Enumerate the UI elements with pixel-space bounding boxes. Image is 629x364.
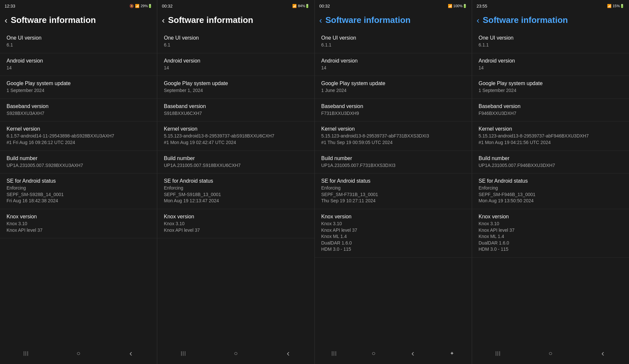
phone-panel-1: 12:33 🔕 📶 29%🔋 ‹ Software information On… bbox=[0, 0, 157, 364]
info-value: 14 bbox=[7, 65, 150, 71]
info-value: 1 September 2024 bbox=[479, 87, 622, 94]
status-icons: 🔕 📶 29%🔋 bbox=[129, 4, 152, 8]
info-item-6[interactable]: SE for Android status EnforcingSEPF_SM-F… bbox=[472, 173, 629, 209]
info-label: One UI version bbox=[7, 35, 150, 41]
menu-nav-icon[interactable] bbox=[178, 349, 189, 358]
home-nav-icon[interactable] bbox=[73, 349, 85, 358]
info-label: Knox version bbox=[479, 214, 622, 220]
info-label: Baseband version bbox=[321, 103, 465, 109]
info-item-5[interactable]: Build number UP1A.231005.007.S928BXXU3AX… bbox=[0, 151, 157, 174]
info-label: SE for Android status bbox=[479, 178, 622, 184]
info-item-4[interactable]: Kernel version 5.15.123-android13-8-2953… bbox=[315, 121, 472, 151]
menu-nav-icon[interactable] bbox=[492, 349, 504, 358]
info-item-5[interactable]: Build number UP1A.231005.007.F946BXXU3DX… bbox=[472, 151, 629, 174]
info-value: EnforcingSEPF_SM-S918B_13_0001Mon Aug 19… bbox=[164, 185, 308, 204]
info-label: Build number bbox=[479, 155, 622, 161]
info-value: 6.1 bbox=[7, 42, 150, 48]
home-nav-icon[interactable] bbox=[544, 349, 556, 358]
back-button[interactable]: ‹ bbox=[477, 16, 480, 25]
task-nav-icon[interactable] bbox=[446, 349, 458, 358]
page-header: ‹ Software information bbox=[157, 12, 314, 29]
info-value: EnforcingSEPF_SM-S928B_14_0001Fri Aug 16… bbox=[7, 185, 150, 204]
info-item-3[interactable]: Baseband version F731BXXU3DXH9 bbox=[315, 99, 472, 122]
menu-nav-icon[interactable] bbox=[20, 349, 32, 358]
home-nav-icon[interactable] bbox=[230, 349, 242, 358]
info-label: Android version bbox=[164, 58, 308, 64]
info-label: Kernel version bbox=[479, 126, 622, 132]
info-label: Kernel version bbox=[164, 126, 308, 132]
info-item-4[interactable]: Kernel version 6.1.57-android14-11-29543… bbox=[0, 121, 157, 151]
info-label: Baseband version bbox=[7, 103, 150, 109]
nav-bar bbox=[315, 344, 472, 364]
back-nav-icon[interactable] bbox=[282, 349, 294, 358]
info-label: Android version bbox=[321, 58, 465, 64]
back-button[interactable]: ‹ bbox=[162, 16, 165, 25]
page-title: Software information bbox=[168, 15, 253, 25]
info-label: One UI version bbox=[479, 35, 622, 41]
info-item-2[interactable]: Google Play system update September 1, 2… bbox=[157, 76, 314, 99]
back-button[interactable]: ‹ bbox=[5, 16, 8, 25]
home-nav-icon[interactable] bbox=[368, 349, 379, 358]
info-value: UP1A.231005.007.S918BXXU6CXH7 bbox=[164, 162, 308, 169]
info-item-1[interactable]: Android version 14 bbox=[157, 53, 314, 76]
info-label: Google Play system update bbox=[321, 81, 465, 86]
info-item-0[interactable]: One UI version 6.1 bbox=[157, 30, 314, 53]
info-label: SE for Android status bbox=[164, 178, 308, 184]
info-item-2[interactable]: Google Play system update 1 September 20… bbox=[0, 76, 157, 99]
info-item-5[interactable]: Build number UP1A.231005.007.S918BXXU6CX… bbox=[157, 151, 314, 174]
info-item-7[interactable]: Knox version Knox 3.10Knox API level 37K… bbox=[315, 209, 472, 258]
status-bar: 00:32 📶 100%🔋 bbox=[315, 0, 472, 12]
back-nav-icon[interactable] bbox=[125, 349, 137, 358]
page-title: Software information bbox=[11, 15, 96, 25]
info-value: S918BXXU6CXH7 bbox=[164, 110, 308, 117]
status-bar: 12:33 🔕 📶 29%🔋 bbox=[0, 0, 157, 12]
info-item-0[interactable]: One UI version 6.1 bbox=[0, 30, 157, 53]
info-item-2[interactable]: Google Play system update 1 June 2024 bbox=[315, 76, 472, 99]
info-label: Build number bbox=[7, 155, 150, 161]
info-value: UP1A.231005.007.S928BXXU3AXH7 bbox=[7, 162, 150, 169]
info-item-6[interactable]: SE for Android status EnforcingSEPF_SM-F… bbox=[315, 173, 472, 209]
info-item-7[interactable]: Knox version Knox 3.10Knox API level 37 bbox=[157, 209, 314, 238]
info-item-3[interactable]: Baseband version S918BXXU6CXH7 bbox=[157, 99, 314, 122]
nav-bar bbox=[0, 344, 157, 364]
info-item-6[interactable]: SE for Android status EnforcingSEPF_SM-S… bbox=[0, 173, 157, 209]
info-label: Kernel version bbox=[321, 126, 465, 132]
info-label: Knox version bbox=[7, 214, 150, 220]
menu-nav-icon[interactable] bbox=[328, 349, 340, 358]
content-area: One UI version 6.1.1 Android version 14 … bbox=[315, 29, 472, 344]
status-bar: 23:55 📶 15%🔋 bbox=[472, 0, 629, 12]
info-item-0[interactable]: One UI version 6.1.1 bbox=[315, 30, 472, 53]
back-nav-icon[interactable] bbox=[407, 349, 419, 358]
info-value: 6.1.1 bbox=[321, 42, 465, 48]
back-nav-icon[interactable] bbox=[597, 349, 609, 358]
info-item-2[interactable]: Google Play system update 1 September 20… bbox=[472, 76, 629, 99]
info-item-4[interactable]: Kernel version 5.15.123-android13-8-2953… bbox=[472, 121, 629, 151]
info-item-6[interactable]: SE for Android status EnforcingSEPF_SM-S… bbox=[157, 173, 314, 209]
info-item-1[interactable]: Android version 14 bbox=[472, 53, 629, 76]
page-header: ‹ Software information bbox=[315, 12, 472, 29]
info-item-3[interactable]: Baseband version F946BXXU3DXH7 bbox=[472, 99, 629, 122]
info-label: Knox version bbox=[164, 214, 308, 220]
info-item-1[interactable]: Android version 14 bbox=[315, 53, 472, 76]
info-item-0[interactable]: One UI version 6.1.1 bbox=[472, 30, 629, 53]
info-label: Google Play system update bbox=[479, 81, 622, 86]
phone-panel-2: 00:32 📶 84%🔋 ‹ Software information One … bbox=[157, 0, 314, 364]
info-value: September 1, 2024 bbox=[164, 87, 308, 94]
info-item-7[interactable]: Knox version Knox 3.10Knox API level 37K… bbox=[472, 209, 629, 258]
info-item-1[interactable]: Android version 14 bbox=[0, 53, 157, 76]
info-label: SE for Android status bbox=[7, 178, 150, 184]
info-value: F731BXXU3DXH9 bbox=[321, 110, 465, 117]
info-item-7[interactable]: Knox version Knox 3.10Knox API level 37 bbox=[0, 209, 157, 238]
info-value: 1 September 2024 bbox=[7, 87, 150, 94]
status-time: 00:32 bbox=[319, 4, 330, 9]
info-value: Knox 3.10Knox API level 37 bbox=[164, 221, 308, 233]
info-item-3[interactable]: Baseband version S928BXXU3AXH7 bbox=[0, 99, 157, 122]
back-button[interactable]: ‹ bbox=[319, 16, 322, 25]
info-item-4[interactable]: Kernel version 5.15.123-android13-8-2953… bbox=[157, 121, 314, 151]
info-item-5[interactable]: Build number UP1A.231005.007.F731BXXS3DX… bbox=[315, 151, 472, 174]
info-value: EnforcingSEPF_SM-F731B_13_0001Thu Sep 19… bbox=[321, 185, 465, 204]
info-value: 6.1.1 bbox=[479, 42, 622, 48]
info-value: Knox 3.10Knox API level 37Knox ML 1.4Dua… bbox=[479, 221, 622, 253]
info-label: One UI version bbox=[164, 35, 308, 41]
info-label: Baseband version bbox=[164, 103, 308, 109]
